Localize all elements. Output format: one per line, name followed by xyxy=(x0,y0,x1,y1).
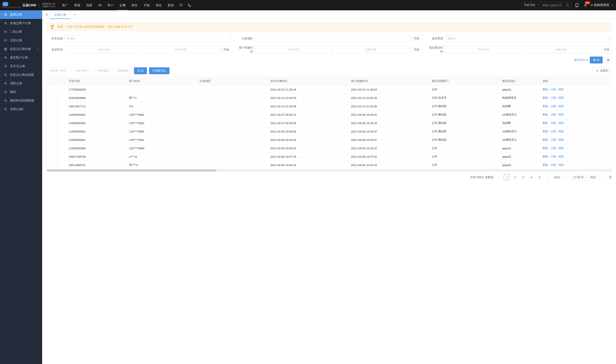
abandon-time-null-button[interactable]: 空值 xyxy=(221,46,231,53)
horizontal-scrollbar[interactable] xyxy=(47,169,612,171)
search-input[interactable] xyxy=(540,3,564,8)
export-button[interactable]: 导 出 xyxy=(134,67,147,74)
sidebar-item[interactable]: 五月天公海 xyxy=(0,62,42,71)
delete-link[interactable]: 删除 xyxy=(543,104,548,108)
delete-link[interactable]: 删除 xyxy=(543,146,548,150)
customer-create-time-range[interactable]: 开始日期~结束日期 xyxy=(255,46,410,53)
page-last[interactable]: 6882 xyxy=(553,174,561,180)
page-2[interactable]: 2 xyxy=(512,174,518,180)
mobile-icon[interactable] xyxy=(574,2,580,8)
topnav-item[interactable]: 报名 xyxy=(153,0,164,10)
search-button[interactable] xyxy=(564,3,571,8)
claim-link[interactable]: 领取 xyxy=(558,96,564,99)
sidebar-item[interactable]: 测试昨日回库数据 xyxy=(0,96,42,105)
assign-link[interactable]: 分配 xyxy=(551,104,556,108)
row-checkbox[interactable] xyxy=(55,146,58,150)
sidebar-item[interactable]: 注安公海 xyxy=(0,36,42,45)
assign-link[interactable]: 分配 xyxy=(551,138,556,141)
delete-link[interactable]: 删除 xyxy=(543,88,548,91)
assign-link[interactable]: 分配 xyxy=(551,155,556,158)
page-size-select[interactable]: 10 条/页 xyxy=(571,174,588,180)
export-plain-button[interactable]: 不加密导出 xyxy=(149,67,169,74)
delete-link[interactable]: 删除 xyxy=(543,113,548,116)
delete-link[interactable]: 删除 xyxy=(543,138,548,141)
row-checkbox[interactable] xyxy=(55,163,58,166)
topnav-item[interactable]: IM xyxy=(96,0,104,10)
next-page-button[interactable]: › xyxy=(563,174,569,180)
topnav-item[interactable]: 公海 xyxy=(117,0,128,10)
page-1[interactable]: 1 xyxy=(504,174,510,180)
row-checkbox[interactable] xyxy=(55,96,58,99)
topnav-item[interactable]: 学服 xyxy=(141,0,152,10)
claim-link[interactable]: 领取 xyxy=(558,113,564,116)
assign-link[interactable]: 分配 xyxy=(551,146,556,150)
sidebar-item[interactable]: 消防公海 xyxy=(0,79,42,88)
topnav-item[interactable]: 数据 xyxy=(165,0,176,10)
user-menu[interactable]: 机构管理员 ▼ xyxy=(591,3,613,7)
tab-all-sea[interactable]: 全部公海 xyxy=(50,10,71,19)
assign-link[interactable]: 分配 xyxy=(551,113,556,116)
claim-link[interactable]: 领取 xyxy=(558,104,564,108)
add-tab-button[interactable]: + xyxy=(71,13,79,17)
delete-link[interactable]: 删除 xyxy=(543,163,548,167)
sidebar-item[interactable]: 全部公海2 xyxy=(0,105,42,114)
sidebar-item[interactable]: 非成交客户公海 xyxy=(0,19,42,27)
row-checkbox[interactable] xyxy=(55,138,58,141)
jump-input[interactable] xyxy=(598,174,607,180)
add-user-icon[interactable] xyxy=(178,2,184,8)
page-5[interactable]: 5 xyxy=(536,174,542,180)
topnav-item[interactable]: 客服 xyxy=(72,0,83,10)
set-columns-button[interactable]: 设置列 xyxy=(592,67,612,74)
search-type-select[interactable]: 手机号码 xyxy=(522,2,540,8)
abandon-type-select[interactable]: 请选择▾ xyxy=(445,35,612,42)
page-4[interactable]: 4 xyxy=(528,174,534,180)
topnav-item[interactable]: 线索 xyxy=(84,0,95,10)
logo[interactable]: www.yunduocrm.com 云朵CRM 教育机构一站 式服务云平台 xyxy=(3,2,55,8)
select-all-checkbox[interactable] xyxy=(55,79,58,82)
assign-link[interactable]: 分配 xyxy=(551,96,556,99)
row-checkbox[interactable] xyxy=(55,113,58,116)
assign-link[interactable]: 分配 xyxy=(551,130,556,133)
row-checkbox[interactable] xyxy=(55,104,58,108)
refresh-button[interactable] xyxy=(605,57,612,64)
last-call-time-range[interactable]: 开始日期~结束日期 xyxy=(445,46,600,53)
assign-link[interactable]: 分配 xyxy=(551,163,556,167)
row-checkbox[interactable] xyxy=(55,155,58,158)
topnav-item[interactable]: 推广 xyxy=(60,0,71,10)
prev-page-button[interactable]: ‹ xyxy=(496,174,501,180)
friend-source-select[interactable]: 请选择▾ xyxy=(64,35,231,42)
sidebar-item[interactable]: 自定义公海过滤器 xyxy=(0,71,42,79)
claim-link[interactable]: 领取 xyxy=(558,88,564,91)
sidebar-item[interactable]: 全部公海 xyxy=(0,10,42,19)
sidebar-item[interactable]: 自定义公海分组▾ xyxy=(0,45,42,53)
assign-link[interactable]: 分配 xyxy=(551,121,556,125)
delete-link[interactable]: 删除 xyxy=(543,121,548,125)
abandon-time-range[interactable]: 开始日期~结束日期 xyxy=(64,46,219,53)
admin-region-null-button[interactable]: 空值 xyxy=(411,35,422,42)
last-call-null-button[interactable]: 空值 xyxy=(601,46,612,53)
delete-link[interactable]: 删除 xyxy=(543,155,548,158)
assign-manager-button[interactable]: 分配客户经理 xyxy=(46,67,70,74)
phone-icon[interactable] xyxy=(187,2,193,8)
claim-link[interactable]: 领取 xyxy=(558,130,564,133)
delete-link[interactable]: 删除 xyxy=(543,130,548,133)
batch-claim-button[interactable]: 批量领取 xyxy=(94,67,112,74)
sidebar-item[interactable]: 测试 xyxy=(0,88,42,96)
page-3[interactable]: 3 xyxy=(520,174,526,180)
delete-link[interactable]: 删除 xyxy=(543,96,548,99)
query-button[interactable]: 查 询 xyxy=(590,57,603,64)
customer-create-null-button[interactable]: 空值 xyxy=(411,46,422,53)
assign-dept-button[interactable]: 分配到部门 xyxy=(72,67,92,74)
sidebar-item[interactable]: 二咨公海 xyxy=(0,27,42,36)
row-checkbox[interactable] xyxy=(55,88,58,91)
admin-region-select[interactable]: ▾ xyxy=(255,35,410,42)
assign-link[interactable]: 分配 xyxy=(551,88,556,91)
claim-link[interactable]: 领取 xyxy=(558,146,564,150)
tab-list-icon[interactable] xyxy=(43,13,50,16)
claim-link[interactable]: 领取 xyxy=(558,121,564,125)
bell-icon[interactable]: 99+ xyxy=(582,2,589,8)
claim-link[interactable]: 领取 xyxy=(558,155,564,158)
sidebar-item[interactable]: 成交客户公海 xyxy=(0,53,42,62)
row-checkbox[interactable] xyxy=(55,130,58,133)
claim-link[interactable]: 领取 xyxy=(558,163,564,167)
